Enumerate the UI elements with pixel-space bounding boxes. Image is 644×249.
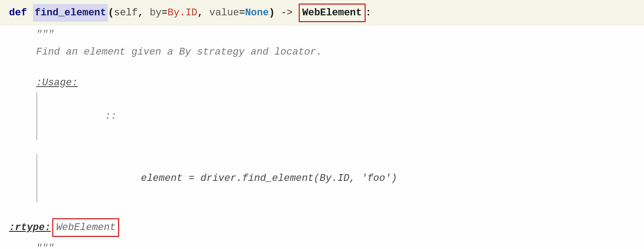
- usage-label: :Usage:: [9, 75, 78, 91]
- keyword-def: def: [9, 5, 27, 21]
- func-name: find_element: [33, 4, 108, 22]
- rtype-section: :rtype: WebElement: [0, 216, 644, 240]
- param-self: self: [114, 5, 138, 21]
- def-line: def find_element ( self , by = By.ID , v…: [0, 0, 644, 26]
- doc-empty-line2: [0, 141, 644, 153]
- param-value: value: [209, 5, 239, 21]
- example-line: element = driver.find_element(By.ID, 'fo…: [0, 153, 644, 203]
- doc-empty-line3: [0, 203, 644, 216]
- rtype-label: :rtype:: [9, 220, 51, 235]
- usage-label-line: :Usage:: [0, 74, 644, 92]
- doc-empty-line1: [0, 61, 644, 74]
- docstring-open: """: [9, 27, 54, 42]
- def-colon: :: [366, 5, 371, 21]
- open-paren: (: [108, 5, 114, 21]
- param-by-default: By.ID: [167, 5, 197, 21]
- doc-text-line1: Find an element given a By strategy and …: [0, 43, 644, 61]
- rtype-value-boxed: WebElement: [52, 218, 119, 237]
- return-arrow: ->: [281, 5, 292, 21]
- left-bar: ::: [36, 92, 117, 140]
- param-value-default: None: [245, 5, 269, 21]
- docstring-open-line: """: [0, 26, 644, 43]
- code-viewer: def find_element ( self , by = By.ID , v…: [0, 0, 644, 249]
- param-by: by: [150, 5, 162, 21]
- code-example: element = driver.find_element(By.ID, 'fo…: [78, 173, 397, 184]
- example-left-bar: element = driver.find_element(By.ID, 'fo…: [36, 154, 397, 202]
- close-paren: ): [269, 5, 275, 21]
- docstring-close-line: """: [0, 240, 644, 249]
- docstring-close: """: [9, 240, 54, 249]
- doc-description: Find an element given a By strategy and …: [9, 44, 322, 60]
- double-colon-line: ::: [0, 92, 644, 141]
- double-colon: ::: [78, 111, 116, 122]
- return-type-boxed: WebElement: [299, 4, 366, 22]
